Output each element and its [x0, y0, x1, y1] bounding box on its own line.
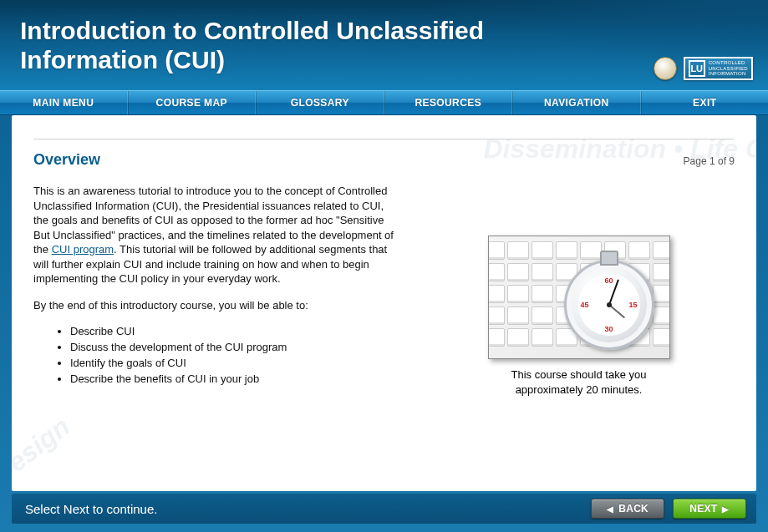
cui-badge-text: Controlled Unclassified Information [709, 60, 748, 77]
cui-badge-initials: LU [689, 60, 705, 77]
image-column: 60 15 30 45 This course should take you … [423, 184, 735, 397]
chevron-left-icon: ◀ [607, 504, 613, 514]
list-item: Discuss the development of the CUI progr… [70, 340, 401, 356]
objectives-lead: By the end of this introductory course, … [33, 298, 401, 313]
text-column: This is an awareness tutorial to introdu… [33, 184, 401, 397]
body-columns: This is an awareness tutorial to introdu… [33, 184, 735, 397]
stopwatch-icon: 60 15 30 45 [564, 260, 654, 350]
back-button-label: BACK [618, 503, 648, 514]
divider [33, 139, 735, 139]
heading-row: Overview Page 1 of 9 [33, 151, 735, 169]
nav-course-map[interactable]: COURSE MAP [128, 91, 257, 114]
intro-paragraph: This is an awareness tutorial to introdu… [33, 184, 401, 286]
page-heading: Overview [33, 151, 100, 169]
nav-resources[interactable]: RESOURCES [384, 91, 513, 114]
course-frame: Introduction to Controlled Unclassified … [0, 0, 768, 532]
content-area: Dissemination • Life C Design Overview P… [12, 115, 756, 491]
back-button[interactable]: ◀ BACK [591, 499, 664, 519]
list-item: Identify the goals of CUI [70, 356, 401, 372]
next-button[interactable]: NEXT ▶ [673, 499, 746, 519]
image-caption: This course should take you approximatel… [483, 367, 675, 397]
agency-seal-icon [654, 57, 677, 80]
cui-badge: LU Controlled Unclassified Information [684, 57, 753, 80]
list-item: Describe CUI [70, 324, 401, 340]
chevron-right-icon: ▶ [722, 504, 729, 514]
watermark-left: Design [12, 411, 76, 490]
objectives-list: Describe CUI Discuss the development of … [70, 324, 401, 387]
nav-navigation[interactable]: NAVIGATION [512, 91, 641, 114]
footer-prompt: Select Next to continue. [25, 502, 582, 516]
nav-exit[interactable]: EXIT [641, 91, 769, 114]
header: Introduction to Controlled Unclassified … [0, 0, 768, 90]
cui-program-link[interactable]: CUI program [52, 243, 114, 256]
navbar: MAIN MENU COURSE MAP GLOSSARY RESOURCES … [0, 90, 768, 115]
page-counter: Page 1 of 9 [684, 155, 735, 167]
footer-bar: Select Next to continue. ◀ BACK NEXT ▶ [12, 494, 756, 524]
nav-main-menu[interactable]: MAIN MENU [0, 91, 128, 114]
course-title: Introduction to Controlled Unclassified … [20, 17, 538, 74]
next-button-label: NEXT [689, 503, 717, 514]
list-item: Describe the benefits of CUI in your job [70, 372, 401, 388]
nav-glossary[interactable]: GLOSSARY [256, 91, 384, 114]
stopwatch-image: 60 15 30 45 [488, 236, 670, 359]
header-logos: LU Controlled Unclassified Information [654, 57, 753, 80]
